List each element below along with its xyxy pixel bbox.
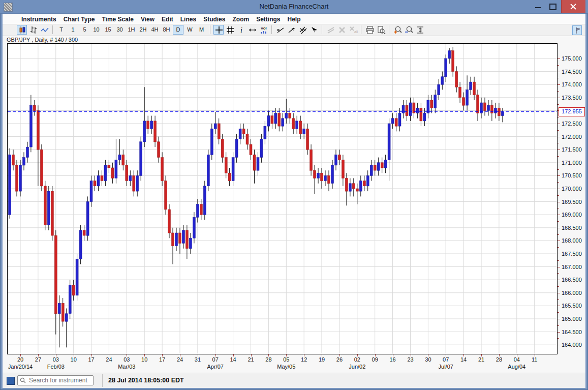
delete-all-lines-button[interactable]: all [348,25,358,35]
tf-1-button[interactable]: 1 [68,25,78,35]
y-axis-label: 168.500 [562,225,582,231]
toolbar-group-zoom [391,24,426,37]
tf-tick-button[interactable]: T [56,25,67,35]
scroll-button[interactable] [247,25,257,35]
print-preview-button[interactable] [376,25,386,35]
x-axis-month-label: Jun/02 [349,364,365,370]
menu-zoom[interactable]: Zoom [229,14,253,24]
toolbar-separator [52,25,53,34]
trendline-arrow-button[interactable] [286,25,296,35]
y-axis-label: 171.000 [562,160,582,166]
pin-toolbar-button[interactable] [572,25,582,35]
x-axis-month-label: Aug/04 [508,364,525,370]
menu-instruments[interactable]: Instruments [18,14,60,24]
x-axis-tick-label: 28 [496,356,502,363]
zoomout-icon [405,25,414,35]
y-axis-label: 171.500 [562,146,582,153]
y-axis-label: 166.500 [562,277,582,283]
status-separator [102,374,103,387]
y-axis-label: 168.000 [562,237,582,244]
toolbar-group-chart-type [15,24,51,37]
app-window: NetDania FinanceChart InstrumentsChart T… [0,0,588,390]
line-chart-button[interactable] [39,25,49,35]
info-button[interactable]: i [236,25,246,35]
x-axis-tick-label: 05 [283,356,289,363]
volume-icon: vol [259,25,268,35]
zoom-out-button[interactable] [404,25,414,35]
tf-1h-button[interactable]: 1H [126,25,137,35]
x-axis-tick-label: 11 [532,356,537,363]
y-axis-label: 167.000 [562,264,582,270]
y-axis-label: 173.500 [562,95,582,101]
fit-vertical-button[interactable] [415,25,425,35]
deleteall-icon: all [349,25,358,35]
volume-button[interactable]: vol [258,25,268,35]
menu-time-scale[interactable]: Time Scale [98,14,137,24]
crosshair-icon [214,25,224,35]
tf-5-button[interactable]: 5 [79,25,90,35]
x-axis-month-label: Apr/07 [207,364,223,370]
toolbar-separator [210,25,210,34]
search-input[interactable] [17,375,94,385]
close-button[interactable] [561,0,585,13]
candlestick-plot[interactable] [7,43,558,354]
tf-weekly-button[interactable]: W [184,25,195,35]
menu-view[interactable]: View [137,14,158,24]
toolbar: T151015301H2H4H8HDWMivolall [3,24,585,36]
x-axis-tick-label: 24 [106,356,112,363]
x-axis-tick-label: 10 [71,356,77,363]
ohlc-icon [29,25,38,35]
menu-settings[interactable]: Settings [253,14,284,24]
y-axis-label: 167.500 [562,251,582,257]
toolbar-group-draw [273,24,320,37]
tf-daily-button[interactable]: D [173,25,183,35]
price-axis: 175.000174.500174.000173.500172.500172.0… [558,43,585,373]
trendline-button[interactable] [275,25,285,35]
hscroll-icon [248,25,257,35]
grid-button[interactable] [225,25,235,35]
date-axis: 2027031017240310172431071421280512192602… [7,354,558,373]
x-axis-tick-label: 17 [88,356,94,363]
menu-edit[interactable]: Edit [158,14,177,24]
tf-2h-button[interactable]: 2H [138,25,148,35]
toolbar-group-print [363,24,387,37]
tf-15-button[interactable]: 15 [103,25,113,35]
toolbar-separator [361,25,361,34]
tf-10-button[interactable]: 10 [91,25,102,35]
x-axis-tick-label: 03 [53,356,59,363]
x-axis-tick-label: 19 [319,356,325,363]
tf-8h-button[interactable]: 8H [161,25,172,35]
x-axis-tick-label: 20 [17,356,23,363]
zoom-in-button[interactable] [392,25,403,35]
tf-30-button[interactable]: 30 [114,25,125,35]
delete-line-button[interactable] [336,25,347,35]
menu-bar: InstrumentsChart TypeTime ScaleViewEditL… [3,14,585,24]
crosshair-button[interactable] [213,25,224,35]
bar-chart-button[interactable] [28,25,38,35]
parallel-line-button[interactable] [325,25,335,35]
minimize-button[interactable] [532,0,545,13]
x-axis-tick-label: 27 [35,356,41,363]
info-icon: i [237,25,246,35]
tf-monthly-button[interactable]: M [196,25,207,35]
trend1-icon [276,25,285,35]
chart-panel: GBP/JPY , Daily, # 140 / 300 175.000174.… [3,36,585,373]
menu-chart-type[interactable]: Chart Type [60,14,99,24]
maximize-button[interactable] [546,0,559,13]
title-bar[interactable]: NetDania FinanceChart [0,0,588,14]
candlestick-chart-button[interactable] [17,25,27,35]
toolbar-group-edit-lines: all [324,24,359,37]
y-axis-label: 175.000 [562,55,582,62]
menu-studies[interactable]: Studies [200,14,229,24]
print-button[interactable] [364,25,375,35]
trend2-icon [287,25,296,35]
channel-button[interactable] [297,25,307,35]
tf-4h-button[interactable]: 4H [149,25,160,35]
x-axis-tick-label: 12 [301,356,307,363]
candlestick-chart[interactable] [7,43,558,354]
x-axis-tick-label: 07 [212,356,219,363]
pointer-button[interactable] [308,25,319,35]
menu-help[interactable]: Help [284,14,304,24]
menu-lines[interactable]: Lines [177,14,200,24]
svg-text:vol: vol [261,26,267,31]
